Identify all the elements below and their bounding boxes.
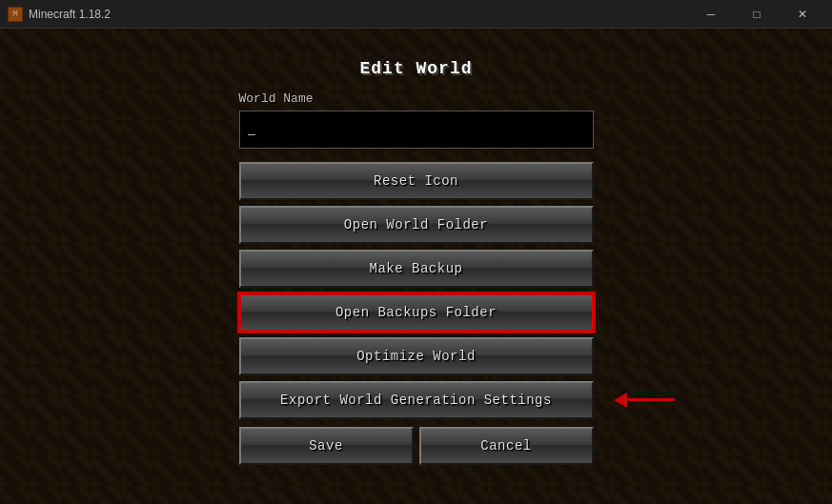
titlebar-left: M Minecraft 1.18.2 [8, 7, 111, 22]
edit-world-dialog: Edit World World Name Reset Icon Open Wo… [216, 40, 617, 494]
reset-icon-button[interactable]: Reset Icon [239, 162, 594, 200]
optimize-world-button[interactable]: Optimize World [239, 337, 594, 375]
save-cancel-row: Save Cancel [239, 427, 594, 471]
world-name-label: World Name [239, 91, 314, 106]
save-button[interactable]: Save [239, 427, 414, 465]
open-backups-folder-button[interactable]: Open Backups Folder [239, 293, 594, 332]
dialog-title: Edit World [359, 59, 472, 78]
close-button[interactable]: ✕ [781, 0, 824, 29]
app-title: Minecraft 1.18.2 [29, 8, 111, 21]
cancel-button[interactable]: Cancel [419, 427, 594, 465]
make-backup-button[interactable]: Make Backup [239, 250, 594, 288]
arrow-annotation [614, 393, 675, 408]
main-content: Edit World World Name Reset Icon Open Wo… [0, 29, 832, 504]
titlebar: M Minecraft 1.18.2 ─ □ ✕ [0, 0, 832, 29]
arrow-line [627, 398, 675, 401]
app-icon: M [8, 7, 23, 22]
app-window: M Minecraft 1.18.2 ─ □ ✕ Edit World Worl… [0, 0, 832, 504]
arrow-head-icon [614, 393, 627, 408]
world-name-input[interactable] [239, 111, 594, 149]
minimize-button[interactable]: ─ [689, 0, 733, 29]
open-world-folder-button[interactable]: Open World Folder [239, 206, 594, 244]
titlebar-controls: ─ □ ✕ [689, 0, 824, 29]
export-world-generation-button[interactable]: Export World Generation Settings [239, 381, 594, 419]
maximize-button[interactable]: □ [735, 0, 779, 29]
